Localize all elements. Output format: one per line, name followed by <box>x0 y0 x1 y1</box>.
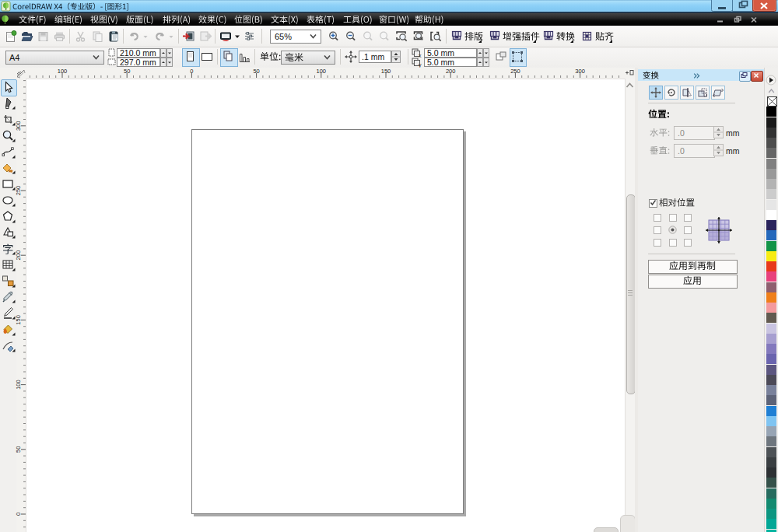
svg-text:300: 300 <box>575 68 585 75</box>
svg-text:0: 0 <box>190 68 193 75</box>
svg-text:100: 100 <box>58 68 68 75</box>
svg-text:50: 50 <box>253 68 259 75</box>
svg-text:150: 150 <box>381 68 391 75</box>
svg-text:100: 100 <box>317 68 327 75</box>
svg-text:50: 50 <box>124 68 130 75</box>
svg-text:200: 200 <box>15 250 22 261</box>
svg-text:200: 200 <box>446 68 456 75</box>
svg-text:250: 250 <box>510 68 520 75</box>
svg-text:150: 150 <box>15 315 22 325</box>
svg-text:250: 250 <box>15 186 22 196</box>
svg-text:50: 50 <box>15 446 22 453</box>
svg-text:0: 0 <box>15 513 22 516</box>
svg-text:100: 100 <box>15 380 22 390</box>
svg-text:300: 300 <box>15 121 22 131</box>
